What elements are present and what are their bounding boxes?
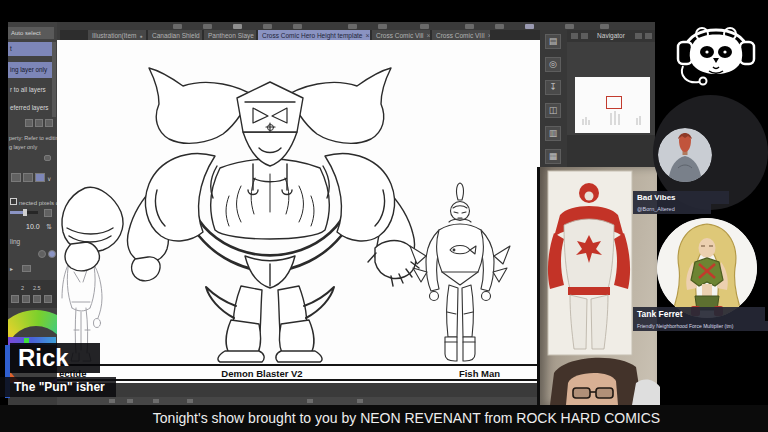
add-subtool-icon[interactable] [25,119,33,127]
panel-row-icon[interactable] [22,265,31,272]
toolbar-icon[interactable] [173,24,182,29]
hero-poster [548,171,632,355]
panel-icon[interactable]: ▦ [545,149,561,164]
slider-expand-icon[interactable] [44,209,52,217]
panel-icon[interactable]: ◫ [545,103,561,118]
host-tagline: The "Pun" isher [14,380,105,394]
status-glyph [307,399,313,403]
tool-panel-header[interactable]: Auto select [8,27,54,39]
bad-vibes-avatar-art [658,128,712,182]
status-glyph [357,399,363,403]
subtool-scrollbar[interactable] [52,42,56,117]
guest-tagline: Friendly Neighborhood Force Multiplier (… [637,323,733,329]
layer-ref-icon[interactable] [11,173,21,182]
ticker-text: Tonight's show brought to you by NEON RE… [153,410,660,426]
panel-row-label[interactable]: ▸ [10,265,13,273]
download-icon[interactable]: ↧ [545,80,561,95]
toolbar-icon[interactable] [600,24,609,29]
height-chart-baseline: ectide Demon Blaster V2 Fish Man [57,364,540,381]
guest-name-band: Tank Ferret [633,307,765,321]
navigator-tab-icon[interactable] [581,33,588,39]
navigator-thumbnail[interactable] [575,77,650,133]
toolbar-icon[interactable] [420,24,429,29]
guest-handle-band: @Born_Altered [633,204,711,214]
toolbar-icon[interactable] [203,24,212,29]
layer-ref-icon[interactable] [23,173,33,182]
canvas-status-strip [57,397,540,405]
subtool-label: r to all layers [10,86,46,93]
status-glyph [153,399,159,403]
layer-ref-icon[interactable] [35,173,45,182]
stepper-icon[interactable]: ⇅ [46,223,52,231]
navigator-close-icon[interactable] [645,33,652,39]
subpanel-icon[interactable] [22,295,30,303]
navigator-title: Navigator [597,32,625,39]
navigator-menu-icon[interactable] [635,33,642,39]
lock-icon[interactable] [44,155,51,161]
tolerance-value[interactable]: 10.0 [26,223,40,230]
panel-icon[interactable]: ▥ [545,126,561,141]
tool-property-panel: Auto select t ing layer only r to all la… [8,22,57,383]
toolbar-icon[interactable] [525,24,534,29]
drawing-canvas[interactable]: ectide Demon Blaster V2 Fish Man [57,40,540,383]
subtool-row[interactable]: ing layer only [8,62,52,78]
subpanel-value: 2.5 [33,284,41,292]
subtool-row[interactable]: t [8,42,52,56]
subtool-label: eferred layers [10,104,49,111]
subpanel-icon[interactable] [44,295,52,303]
magnifier-icon[interactable]: ◎ [545,57,561,72]
guest-handle: @Born_Altered [637,206,675,212]
navigator-tab-icon[interactable] [571,33,578,39]
toolbar-icon[interactable] [565,24,574,29]
guest-name: Tank Ferret [637,309,683,319]
navigator-view-rect[interactable] [606,96,622,109]
panel-icon[interactable]: ▤ [545,34,561,49]
property-caption: perty: Refer to editin [9,134,57,142]
demon-blaster-figure [62,68,419,362]
status-glyph [109,399,115,403]
ferret-mascot-logo [672,12,760,86]
property-caption: g layer only [9,143,37,151]
character-label: Fish Man [447,368,512,379]
toolbar-icon[interactable] [465,24,474,29]
tank-ferret-avatar-art [657,218,757,318]
antialias-label: ling [10,238,20,246]
toolbar-icon[interactable] [233,24,242,29]
stream-frame: Illustration(Item ● Canadian Shield ● Pa… [0,0,768,432]
character-label: Demon Blaster V2 [207,368,317,379]
toolbar-icon[interactable] [263,24,272,29]
main-toolbar [60,22,655,30]
toolbar-icon[interactable] [348,24,357,29]
trash-icon[interactable] [45,119,53,127]
antialias-off-icon[interactable] [38,250,46,258]
sponsor-ticker: Tonight's show brought to you by NEON RE… [0,405,768,432]
subpanel-icon[interactable] [11,295,19,303]
canvas-pasteboard [57,383,540,397]
toolbar-icon[interactable] [378,24,387,29]
character-lineart [57,40,540,383]
copy-subtool-icon[interactable] [35,119,43,127]
dropdown-chevron-icon[interactable]: ∨ [47,175,51,183]
fish-man-figure [410,183,510,361]
subtool-row[interactable]: eferred layers [8,101,52,114]
tolerance-slider[interactable] [10,211,38,214]
host-tagline-tag: The "Pun" isher [0,377,116,397]
status-glyph [127,399,133,403]
host-name: Rick [18,344,69,371]
brush-size-subpanel: 2 2.5 [8,280,57,308]
subtool-row[interactable]: r to all layers [8,83,52,96]
status-glyph [187,399,193,403]
antialias-on-icon[interactable] [48,250,56,258]
toolbar-icon[interactable] [293,24,302,29]
subpanel-icon[interactable] [33,295,41,303]
subpanel-value: 2 [21,284,24,292]
guest-tagline-band: Friendly Neighborhood Force Multiplier (… [633,321,768,331]
subtool-label: ing layer only [10,66,47,73]
guest-avatar-bad-vibes[interactable] [658,128,712,182]
streamer-head [550,358,660,405]
navigator-panel: Navigator [567,30,655,135]
subtool-label: t [10,45,12,52]
guest-avatar-tank-ferret[interactable] [657,218,757,318]
toolbar-icon[interactable] [495,24,504,29]
follow-adjacent-checkbox[interactable] [10,198,17,205]
